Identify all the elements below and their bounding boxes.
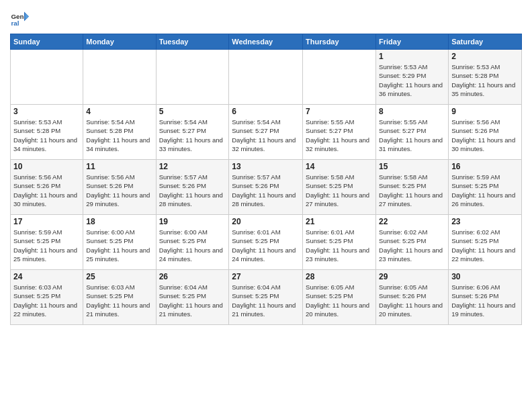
calendar-row: 1Sunrise: 5:53 AM Sunset: 5:29 PM Daylig…	[11, 50, 522, 105]
calendar-cell: 13Sunrise: 5:57 AM Sunset: 5:26 PM Dayli…	[229, 160, 303, 215]
header-cell: Monday	[83, 34, 156, 50]
day-info: Sunrise: 6:04 AM Sunset: 5:25 PM Dayligh…	[159, 283, 226, 318]
day-number: 27	[232, 272, 300, 281]
day-info: Sunrise: 6:03 AM Sunset: 5:25 PM Dayligh…	[13, 283, 80, 318]
calendar-cell	[11, 50, 83, 105]
day-number: 13	[232, 162, 300, 171]
day-number: 17	[13, 217, 80, 226]
day-number: 7	[306, 107, 373, 116]
header: Gene ral	[10, 7, 522, 28]
calendar-cell: 17Sunrise: 5:59 AM Sunset: 5:25 PM Dayli…	[11, 215, 83, 270]
day-number: 2	[451, 52, 519, 61]
day-info: Sunrise: 5:53 AM Sunset: 5:28 PM Dayligh…	[13, 118, 80, 153]
calendar-header: SundayMondayTuesdayWednesdayThursdayFrid…	[11, 34, 522, 50]
day-info: Sunrise: 5:57 AM Sunset: 5:26 PM Dayligh…	[232, 173, 300, 208]
day-info: Sunrise: 6:02 AM Sunset: 5:25 PM Dayligh…	[379, 228, 445, 263]
calendar-cell: 1Sunrise: 5:53 AM Sunset: 5:29 PM Daylig…	[376, 50, 449, 105]
calendar-cell: 27Sunrise: 6:04 AM Sunset: 5:25 PM Dayli…	[229, 270, 303, 325]
day-number: 3	[13, 107, 80, 116]
calendar-cell: 28Sunrise: 6:05 AM Sunset: 5:25 PM Dayli…	[303, 270, 376, 325]
day-number: 20	[232, 217, 300, 226]
day-info: Sunrise: 5:58 AM Sunset: 5:25 PM Dayligh…	[306, 173, 373, 208]
day-number: 25	[86, 272, 152, 281]
day-info: Sunrise: 5:53 AM Sunset: 5:29 PM Dayligh…	[379, 62, 445, 98]
calendar-cell: 12Sunrise: 5:57 AM Sunset: 5:26 PM Dayli…	[156, 160, 229, 215]
calendar-table: SundayMondayTuesdayWednesdayThursdayFrid…	[10, 34, 522, 325]
calendar-cell: 19Sunrise: 6:00 AM Sunset: 5:25 PM Dayli…	[156, 215, 229, 270]
calendar-row: 3Sunrise: 5:53 AM Sunset: 5:28 PM Daylig…	[11, 105, 522, 160]
calendar-cell: 8Sunrise: 5:55 AM Sunset: 5:27 PM Daylig…	[376, 105, 449, 160]
day-number: 30	[451, 272, 519, 281]
header-row: SundayMondayTuesdayWednesdayThursdayFrid…	[11, 34, 522, 50]
day-number: 16	[451, 162, 519, 171]
calendar-cell: 14Sunrise: 5:58 AM Sunset: 5:25 PM Dayli…	[303, 160, 376, 215]
calendar-cell	[303, 50, 376, 105]
calendar-cell: 22Sunrise: 6:02 AM Sunset: 5:25 PM Dayli…	[376, 215, 449, 270]
calendar-cell: 7Sunrise: 5:55 AM Sunset: 5:27 PM Daylig…	[303, 105, 376, 160]
day-info: Sunrise: 5:59 AM Sunset: 5:25 PM Dayligh…	[451, 173, 519, 208]
calendar-cell: 9Sunrise: 5:56 AM Sunset: 5:26 PM Daylig…	[449, 105, 522, 160]
day-number: 5	[159, 107, 226, 116]
day-info: Sunrise: 6:06 AM Sunset: 5:26 PM Dayligh…	[451, 283, 519, 318]
calendar-cell: 25Sunrise: 6:03 AM Sunset: 5:25 PM Dayli…	[83, 270, 156, 325]
day-number: 21	[306, 217, 373, 226]
calendar-cell: 29Sunrise: 6:05 AM Sunset: 5:26 PM Dayli…	[376, 270, 449, 325]
calendar-cell: 6Sunrise: 5:54 AM Sunset: 5:27 PM Daylig…	[229, 105, 303, 160]
day-number: 14	[306, 162, 373, 171]
logo-icon: Gene ral	[10, 9, 29, 28]
day-info: Sunrise: 5:54 AM Sunset: 5:27 PM Dayligh…	[159, 118, 226, 153]
day-info: Sunrise: 6:00 AM Sunset: 5:25 PM Dayligh…	[86, 228, 152, 263]
day-number: 28	[306, 272, 373, 281]
header-cell: Wednesday	[229, 34, 303, 50]
day-number: 15	[379, 162, 445, 171]
calendar-cell: 23Sunrise: 6:02 AM Sunset: 5:25 PM Dayli…	[449, 215, 522, 270]
day-info: Sunrise: 5:59 AM Sunset: 5:25 PM Dayligh…	[13, 228, 80, 263]
day-number: 22	[379, 217, 445, 226]
day-info: Sunrise: 6:03 AM Sunset: 5:25 PM Dayligh…	[86, 283, 152, 318]
calendar-cell: 26Sunrise: 6:04 AM Sunset: 5:25 PM Dayli…	[156, 270, 229, 325]
day-number: 9	[451, 107, 519, 116]
day-number: 19	[159, 217, 226, 226]
calendar-cell: 21Sunrise: 6:01 AM Sunset: 5:25 PM Dayli…	[303, 215, 376, 270]
day-info: Sunrise: 5:56 AM Sunset: 5:26 PM Dayligh…	[86, 173, 152, 208]
day-info: Sunrise: 5:55 AM Sunset: 5:27 PM Dayligh…	[379, 118, 445, 153]
calendar-cell: 11Sunrise: 5:56 AM Sunset: 5:26 PM Dayli…	[83, 160, 156, 215]
calendar-cell	[156, 50, 229, 105]
day-number: 24	[13, 272, 80, 281]
day-info: Sunrise: 5:54 AM Sunset: 5:27 PM Dayligh…	[232, 118, 300, 153]
svg-text:ral: ral	[11, 19, 19, 27]
day-info: Sunrise: 6:05 AM Sunset: 5:26 PM Dayligh…	[379, 283, 445, 318]
calendar-cell: 20Sunrise: 6:01 AM Sunset: 5:25 PM Dayli…	[229, 215, 303, 270]
calendar-cell: 15Sunrise: 5:58 AM Sunset: 5:25 PM Dayli…	[376, 160, 449, 215]
calendar-cell	[83, 50, 156, 105]
calendar-cell: 3Sunrise: 5:53 AM Sunset: 5:28 PM Daylig…	[11, 105, 83, 160]
day-number: 18	[86, 217, 152, 226]
day-info: Sunrise: 5:54 AM Sunset: 5:28 PM Dayligh…	[86, 118, 152, 153]
day-info: Sunrise: 6:00 AM Sunset: 5:25 PM Dayligh…	[159, 228, 226, 263]
header-cell: Sunday	[11, 34, 83, 50]
day-info: Sunrise: 6:04 AM Sunset: 5:25 PM Dayligh…	[232, 283, 300, 318]
calendar-row: 24Sunrise: 6:03 AM Sunset: 5:25 PM Dayli…	[11, 270, 522, 325]
day-number: 29	[379, 272, 445, 281]
day-number: 4	[86, 107, 152, 116]
header-cell: Friday	[376, 34, 449, 50]
calendar-cell	[229, 50, 303, 105]
day-number: 6	[232, 107, 300, 116]
day-number: 11	[86, 162, 152, 171]
header-cell: Thursday	[303, 34, 376, 50]
day-number: 1	[379, 52, 445, 61]
calendar-cell: 4Sunrise: 5:54 AM Sunset: 5:28 PM Daylig…	[83, 105, 156, 160]
calendar-cell: 5Sunrise: 5:54 AM Sunset: 5:27 PM Daylig…	[156, 105, 229, 160]
calendar-cell: 2Sunrise: 5:53 AM Sunset: 5:28 PM Daylig…	[449, 50, 522, 105]
page: Gene ral SundayMondayTuesdayWednesdayThu…	[0, 0, 532, 411]
day-info: Sunrise: 5:56 AM Sunset: 5:26 PM Dayligh…	[13, 173, 80, 208]
day-info: Sunrise: 6:01 AM Sunset: 5:25 PM Dayligh…	[232, 228, 300, 263]
day-info: Sunrise: 6:05 AM Sunset: 5:25 PM Dayligh…	[306, 283, 373, 318]
calendar-row: 17Sunrise: 5:59 AM Sunset: 5:25 PM Dayli…	[11, 215, 522, 270]
calendar-cell: 24Sunrise: 6:03 AM Sunset: 5:25 PM Dayli…	[11, 270, 83, 325]
logo: Gene ral	[10, 9, 32, 28]
day-info: Sunrise: 6:02 AM Sunset: 5:25 PM Dayligh…	[451, 228, 519, 263]
day-number: 8	[379, 107, 445, 116]
calendar-body: 1Sunrise: 5:53 AM Sunset: 5:29 PM Daylig…	[11, 50, 522, 325]
calendar-cell: 10Sunrise: 5:56 AM Sunset: 5:26 PM Dayli…	[11, 160, 83, 215]
